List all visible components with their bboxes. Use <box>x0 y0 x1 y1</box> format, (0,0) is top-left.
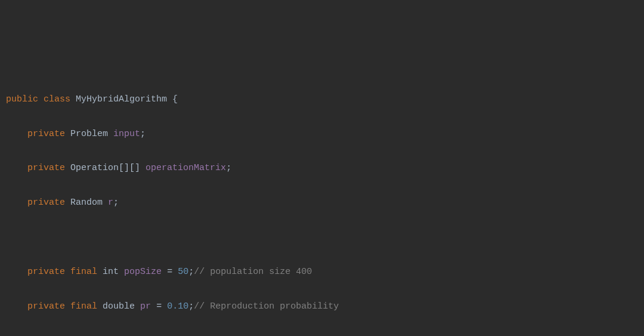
keyword-private: private <box>27 129 65 139</box>
type-name: Random <box>70 198 103 208</box>
code-line: private final double pr = 0.10;// Reprod… <box>6 298 638 316</box>
type-name: Problem <box>70 129 108 139</box>
brackets: [][] <box>119 163 140 173</box>
field-name: input <box>113 129 140 139</box>
code-line: public class MyHybridAlgorithm { <box>6 91 638 109</box>
keyword-final: final <box>70 301 97 312</box>
code-line: private Problem input; <box>6 126 638 143</box>
keyword-private: private <box>27 267 65 277</box>
keyword-private: private <box>27 301 65 312</box>
brace-open: { <box>172 94 178 104</box>
number-literal: 50 <box>178 267 188 277</box>
comment: // population size 400 <box>194 267 312 277</box>
type-name: int <box>103 267 119 277</box>
keyword-final: final <box>70 267 97 277</box>
field-name: popSize <box>124 267 162 277</box>
semicolon: ; <box>188 267 194 277</box>
semicolon: ; <box>140 129 145 139</box>
semicolon: ; <box>188 301 194 312</box>
equals: = <box>167 267 172 277</box>
equals: = <box>156 301 162 312</box>
keyword-private: private <box>27 198 65 208</box>
code-line-blank <box>6 229 638 246</box>
number-literal: 0.10 <box>167 301 188 312</box>
code-line: private final int popSize = 50;// popula… <box>6 264 638 281</box>
code-line: private Operation[][] operationMatrix; <box>6 160 638 177</box>
keyword-public: public <box>6 94 38 104</box>
semicolon: ; <box>113 198 119 208</box>
type-name: Operation <box>70 163 119 173</box>
field-name: operationMatrix <box>145 163 226 173</box>
field-name: pr <box>140 301 151 312</box>
code-line: private Random r; <box>6 195 638 212</box>
code-editor[interactable]: public class MyHybridAlgorithm { private… <box>6 74 638 336</box>
semicolon: ; <box>226 163 231 173</box>
keyword-class: class <box>44 94 70 104</box>
type-name: double <box>103 301 135 312</box>
class-name: MyHybridAlgorithm <box>76 94 167 104</box>
code-line: private final double pc = 0.80;// Crosso… <box>6 333 638 336</box>
field-name: r <box>108 198 113 208</box>
comment: // Reproduction probability <box>194 301 339 312</box>
keyword-private: private <box>27 163 65 173</box>
